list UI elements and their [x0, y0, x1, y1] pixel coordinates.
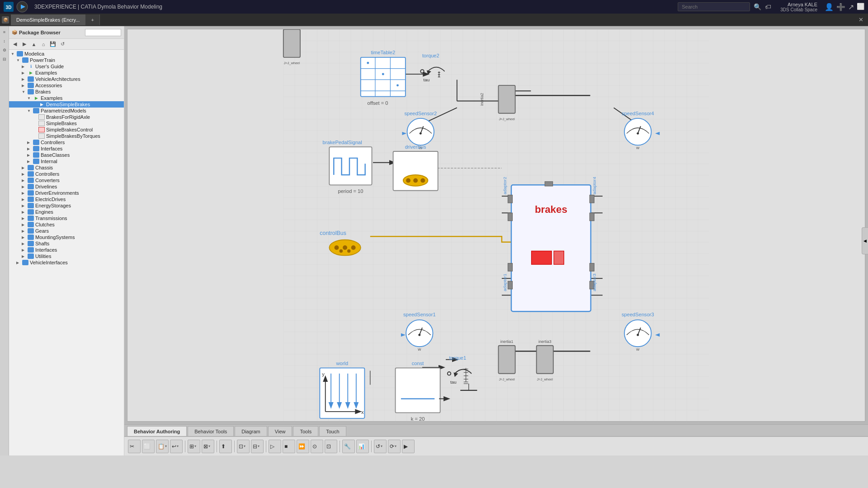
bottom-tab-view[interactable]: View [268, 426, 292, 436]
play-button[interactable]: ▷ [269, 440, 281, 453]
tree-expand-Modelica[interactable]: ▼ [11, 52, 16, 56]
cut-button[interactable]: ✂ [128, 440, 141, 453]
bottom-tab-tools[interactable]: Tools [293, 426, 318, 436]
tree-expand-Interfaces[interactable]: ▶ [27, 147, 33, 151]
share-icon[interactable]: ↗ [848, 3, 854, 11]
tree-item-baseclasses[interactable]: ▶BaseClasses [9, 152, 124, 158]
tree-expand-Drivelines[interactable]: ▶ [22, 185, 27, 189]
world-component[interactable]: x y world [320, 361, 364, 418]
tree-expand-Clutches[interactable]: ▶ [22, 223, 27, 227]
tree-expand-Controllers[interactable]: ▶ [22, 172, 27, 176]
copy-button[interactable]: ⬜ [142, 440, 155, 453]
play-icon[interactable] [16, 1, 28, 13]
tree-item-simplebrakes[interactable]: SimpleBrakes [9, 120, 124, 127]
diagram-canvas[interactable]: timeTable2 torque2 tau ine [127, 29, 865, 422]
bottom-tab-touch[interactable]: Touch [319, 426, 346, 436]
tree-expand-Converters[interactable]: ▶ [22, 178, 27, 183]
tree-expand-Controllers[interactable]: ▶ [27, 141, 33, 145]
tree-expand-DriverEnvironments[interactable]: ▶ [22, 191, 27, 195]
bottom-tab-diagram[interactable]: Diagram [235, 426, 267, 436]
bookmark-icon[interactable]: 🏷 [765, 3, 771, 10]
tree-item-simplebrakescontrol[interactable]: SimpleBrakesControl [9, 127, 124, 133]
tree-item-shafts[interactable]: ▶Shafts [9, 240, 124, 247]
tree-item-energystorages[interactable]: ▶EnergyStorages [9, 202, 124, 209]
tree-item-mountingsystems[interactable]: ▶MountingSystems [9, 234, 124, 240]
tree-expand-Interfaces[interactable]: ▶ [22, 248, 27, 252]
right-expand-tab[interactable]: ◀ [862, 227, 868, 254]
record-button[interactable]: ⊙ [311, 440, 323, 453]
maximize-icon[interactable]: ⬜ [857, 3, 864, 11]
tree-item-driverenvironments[interactable]: ▶DriverEnvironments [9, 190, 124, 196]
grid-button[interactable]: ⊞▾ [188, 440, 200, 453]
nav-up[interactable]: ▲ [30, 40, 38, 48]
snap-button[interactable]: ⊡▾ [237, 440, 250, 453]
tree-expand-BaseClasses[interactable]: ▶ [27, 153, 33, 157]
search-input[interactable] [678, 2, 750, 11]
tree-item-interfaces[interactable]: ▶Interfaces [9, 145, 124, 152]
tree-expand-Engines[interactable]: ▶ [22, 210, 27, 214]
tree-expand-Gears[interactable]: ▶ [22, 229, 27, 233]
tree-expand-Accessories[interactable]: ▶ [22, 84, 27, 88]
tree-item-drivelines[interactable]: ▶Drivelines [9, 183, 124, 190]
left-icon-3[interactable]: ⚙ [0, 46, 9, 54]
refresh-button[interactable]: ↺▾ [374, 440, 387, 453]
brakes-component[interactable]: brakes [508, 182, 594, 311]
tree-expand-VehicleInterfaces[interactable]: ▶ [16, 261, 22, 265]
tree-item-powertrain[interactable]: ▼PowerTrain [9, 57, 124, 63]
tree-item-simplebrakesbytorques[interactable]: SimpleBrakesByTorques [9, 133, 124, 139]
tree-item-internal[interactable]: ▶Internal [9, 158, 124, 164]
user-icon[interactable]: 👤 [825, 3, 834, 11]
add-icon[interactable]: ➕ [836, 3, 845, 11]
tree-item-electricdrives[interactable]: ▶ElectricDrives [9, 196, 124, 202]
tree-expand-EnergyStorages[interactable]: ▶ [22, 204, 27, 208]
select-button[interactable]: ⊠▾ [202, 440, 214, 453]
tree-item-vehicleinterfaces[interactable]: ▶VehicleInterfaces [9, 259, 124, 266]
tree-expand-Utilities[interactable]: ▶ [22, 254, 27, 258]
results-button[interactable]: 📊 [356, 440, 369, 453]
tree-item-controllers[interactable]: ▶Controllers [9, 171, 124, 177]
tree-item-examples[interactable]: ▼▶Examples [9, 95, 124, 101]
nav-back[interactable]: ◀ [11, 40, 19, 48]
tree-item-clutches[interactable]: ▶Clutches [9, 221, 124, 228]
tree-expand-VehicleArchitectures[interactable]: ▶ [22, 77, 27, 81]
tree-item-brakes[interactable]: ▼Brakes [9, 89, 124, 95]
tree-expand-Examples[interactable]: ▼ [27, 96, 33, 100]
tree-expand-ParametrizedModels[interactable]: ▼ [27, 109, 33, 113]
tree-item-controllers[interactable]: ▶Controllers [9, 139, 124, 145]
tree-item-brakesforrigidaxle[interactable]: BrakesForRigidAxle [9, 114, 124, 120]
driverBus-component[interactable]: driverBus [393, 144, 438, 191]
tree-item-chassis[interactable]: ▶Chassis [9, 164, 124, 171]
left-icon-4[interactable]: ⊟ [0, 55, 9, 63]
fastforward-button[interactable]: ⏩ [297, 440, 309, 453]
tree-expand-Brakes[interactable]: ▼ [22, 90, 27, 94]
tree-item-vehiclearchitectures[interactable]: ▶VehicleArchitectures [9, 76, 124, 82]
bottom-tab-behavior-authoring[interactable]: Behavior Authoring [127, 426, 187, 436]
reset-button[interactable]: ⟳▾ [388, 440, 401, 453]
stop-button[interactable]: ■ [283, 440, 295, 453]
tree-expand-PowerTrain[interactable]: ▼ [16, 58, 22, 62]
add-tab-button[interactable]: + [85, 14, 99, 25]
tree-item-transmissions[interactable]: ▶Transmissions [9, 215, 124, 221]
fit-button[interactable]: ⊟▾ [251, 440, 264, 453]
main-tab[interactable]: DemoSimpleBrakes (Encry... [11, 14, 85, 25]
nav-home[interactable]: ⌂ [39, 40, 47, 48]
tree-expand-ElectricDrives[interactable]: ▶ [22, 197, 27, 202]
left-icon-1[interactable]: ≡ [0, 28, 9, 36]
tree-item-examples[interactable]: ▶▶Examples [9, 70, 124, 76]
tree-expand-Chassis[interactable]: ▶ [22, 166, 27, 170]
run2-button[interactable]: ▶ [402, 440, 415, 453]
tree-item-gears[interactable]: ▶Gears [9, 228, 124, 234]
upload-button[interactable]: ⬆ [219, 440, 232, 453]
tree-expand-Internal[interactable]: ▶ [27, 160, 33, 164]
tree-expand-Transmissions[interactable]: ▶ [22, 216, 27, 221]
paste-button[interactable]: 📋▾ [156, 440, 169, 453]
tree-expand-Examples[interactable]: ▶ [22, 71, 27, 75]
sidebar-search[interactable] [85, 29, 121, 36]
undo-button[interactable]: ↩▾ [170, 440, 183, 453]
tree-expand-MountingSystems[interactable]: ▶ [22, 235, 27, 239]
settings-button[interactable]: 🔧 [342, 440, 355, 453]
tree-expand-User's Guide[interactable]: ▶ [22, 65, 27, 69]
tree-item-converters[interactable]: ▶Converters [9, 177, 124, 183]
search-icon[interactable]: 🔍 [754, 3, 761, 10]
tree-item-user's-guide[interactable]: ▶ℹUser's Guide [9, 63, 124, 70]
